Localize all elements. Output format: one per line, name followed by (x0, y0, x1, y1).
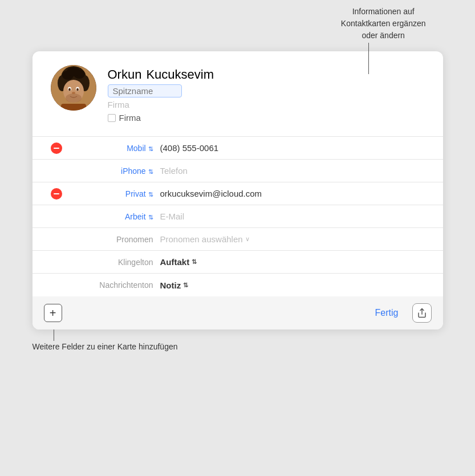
field-row-privat: Privat ⇅ orkucuksevim@icloud.com (33, 182, 443, 205)
field-label-privat[interactable]: Privat ⇅ (85, 189, 153, 198)
company-field[interactable]: Firma (108, 100, 214, 109)
svg-point-8 (76, 88, 79, 91)
field-row-mobil: Mobil ⇅ (408) 555-0061 (33, 137, 443, 160)
annotation-top: Informationen auf Kontaktkarten ergänzen… (341, 6, 426, 42)
remove-mobile-button[interactable] (51, 143, 62, 154)
nachrichtenton-value[interactable]: Notiz ⇅ (160, 280, 189, 290)
field-label-arbeit[interactable]: Arbeit ⇅ (85, 212, 153, 221)
field-value-iphone[interactable]: Telefon (160, 166, 425, 176)
svg-rect-14 (61, 104, 86, 111)
bottom-bar: + Fertig (33, 296, 443, 329)
remove-email-button[interactable] (51, 188, 62, 200)
field-row-nachrichtenton: Nachrichtenton Notiz ⇅ (33, 274, 443, 296)
svg-point-10 (66, 93, 82, 103)
add-field-button[interactable]: + (44, 304, 62, 322)
share-button[interactable] (412, 303, 432, 323)
contact-info: Orkun Kucuksevim Firma Firma (108, 65, 214, 123)
field-row-iphone: iPhone ⇅ Telefon (33, 160, 443, 182)
avatar[interactable] (51, 65, 96, 111)
done-button[interactable]: Fertig (367, 304, 407, 322)
field-label-klingelton: Klingelton (51, 258, 153, 267)
fields-section: Mobil ⇅ (408) 555-0061 iPhone ⇅ Telefon … (33, 136, 443, 296)
field-label-iphone[interactable]: iPhone ⇅ (85, 166, 153, 176)
annotation-bottom: Weitere Felder zu einer Karte hinzufügen (33, 342, 443, 351)
svg-point-7 (68, 88, 71, 91)
field-value-privat[interactable]: orkucuksevim@icloud.com (160, 189, 425, 198)
field-label-pronomen: Pronomen (51, 235, 153, 244)
share-icon (417, 308, 427, 318)
nickname-field[interactable] (108, 84, 182, 97)
contact-name: Orkun Kucuksevim (108, 67, 214, 82)
pronouns-dropdown[interactable]: Pronomen auswählen ∨ (160, 234, 250, 244)
field-row-klingelton: Klingelton Auftakt ⇅ (33, 251, 443, 274)
field-label-nachrichtenton: Nachrichtenton (51, 280, 153, 290)
field-row-arbeit: Arbeit ⇅ E-Mail (33, 205, 443, 228)
svg-point-13 (67, 67, 80, 76)
ringtone-value[interactable]: Auftakt ⇅ (160, 257, 197, 267)
contact-card: Orkun Kucuksevim Firma Firma Mobil ⇅ (40… (33, 51, 443, 329)
company-checkbox-row: Firma (108, 113, 214, 123)
field-label-mobil[interactable]: Mobil ⇅ (85, 144, 153, 153)
company-checkbox-label: Firma (119, 113, 141, 123)
ringtone-stepper-icon: ⇅ (192, 258, 197, 266)
field-row-pronomen: Pronomen Pronomen auswählen ∨ (33, 228, 443, 251)
field-value-arbeit[interactable]: E-Mail (160, 211, 425, 221)
company-checkbox[interactable] (108, 114, 116, 122)
right-buttons: Fertig (367, 303, 432, 323)
contact-header: Orkun Kucuksevim Firma Firma (33, 65, 443, 136)
field-value-mobil[interactable]: (408) 555-0061 (160, 143, 425, 153)
nachrichtenton-stepper-icon: ⇅ (183, 282, 188, 289)
